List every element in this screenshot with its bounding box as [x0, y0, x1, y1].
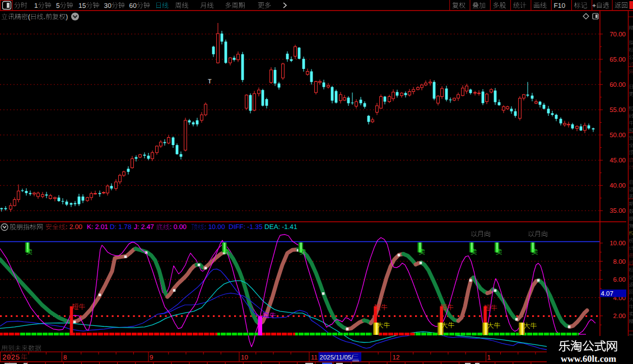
- svg-text:8: 8: [63, 354, 67, 361]
- svg-text:35.00: 35.00: [609, 208, 626, 214]
- svg-text:10.00: 10.00: [609, 240, 626, 247]
- svg-text:60.00: 60.00: [609, 82, 626, 88]
- svg-text:DIFF: -1.35: DIFF: -1.35: [229, 223, 263, 231]
- svg-text:(: (: [28, 13, 30, 21]
- svg-text:12: 12: [393, 354, 400, 361]
- svg-text:8.00: 8.00: [613, 259, 626, 265]
- svg-text:D: 1.78: D: 1.78: [110, 223, 132, 231]
- svg-text:: 10.00: : 10.00: [204, 223, 225, 231]
- svg-text:4.07: 4.07: [601, 291, 613, 297]
- svg-text:: 0.00: : 0.00: [170, 223, 187, 231]
- svg-text:2025: 2025: [2, 353, 20, 362]
- svg-text:15: 15: [78, 2, 86, 10]
- svg-text:: 2.00: : 2.00: [66, 223, 82, 231]
- svg-text:70.00: 70.00: [609, 31, 626, 38]
- svg-text:9: 9: [150, 354, 153, 361]
- svg-text:J: 2.47: J: 2.47: [134, 223, 154, 231]
- svg-text:1: 1: [487, 354, 491, 361]
- svg-text:.: .: [44, 13, 45, 21]
- svg-text:2.00: 2.00: [613, 313, 626, 320]
- svg-text:): ): [66, 13, 68, 21]
- svg-text:2025/11/05/: 2025/11/05/: [320, 354, 354, 361]
- svg-text:60: 60: [129, 2, 137, 10]
- svg-text:www.60lt.com: www.60lt.com: [561, 353, 616, 364]
- svg-text:1: 1: [34, 2, 38, 10]
- svg-text:55.00: 55.00: [609, 107, 626, 114]
- svg-text:F10: F10: [554, 2, 566, 10]
- svg-text:40.00: 40.00: [609, 183, 626, 189]
- svg-text:50.00: 50.00: [609, 132, 626, 139]
- svg-text:11: 11: [311, 354, 318, 361]
- svg-text:6.00: 6.00: [613, 277, 626, 283]
- svg-text:T: T: [208, 78, 212, 85]
- svg-text:10: 10: [241, 354, 248, 361]
- svg-text:45.00: 45.00: [609, 157, 626, 164]
- svg-text:65.00: 65.00: [609, 57, 626, 63]
- svg-text:30: 30: [104, 2, 112, 10]
- svg-text:K: 2.01: K: 2.01: [87, 223, 108, 231]
- svg-text:5: 5: [56, 2, 60, 10]
- svg-text:+: +: [592, 2, 596, 10]
- svg-text:DEA: -1.41: DEA: -1.41: [264, 223, 297, 231]
